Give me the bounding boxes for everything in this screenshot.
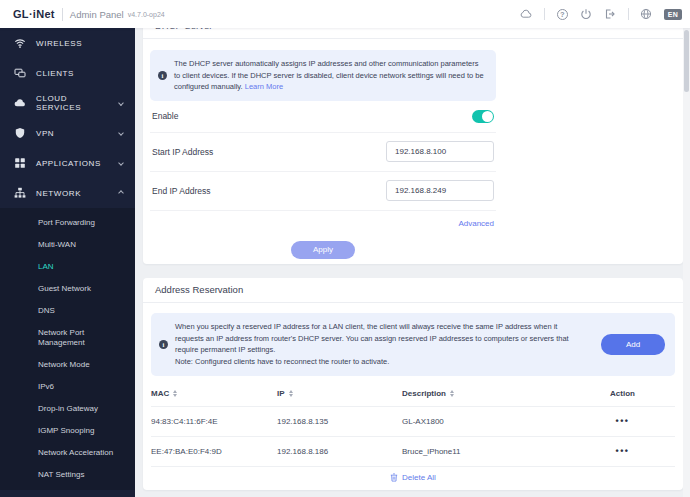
start-ip-row: Start IP Address (150, 133, 496, 172)
grid-icon (14, 157, 26, 169)
apply-row: Apply (150, 234, 496, 259)
sidebar-item-drop-in-gateway[interactable]: Drop-in Gateway (0, 398, 135, 420)
header-actions: ? EN (520, 8, 682, 21)
start-ip-label: Start IP Address (152, 147, 213, 157)
divider (628, 8, 629, 20)
sidebar-item-ipv6[interactable]: IPv6 (0, 376, 135, 398)
vertical-scrollbar (683, 28, 690, 497)
scrollbar-thumb[interactable] (684, 30, 689, 92)
help-icon[interactable]: ? (556, 8, 569, 21)
sidebar-item-port-forwarding[interactable]: Port Forwarding (0, 212, 135, 234)
admin-panel-app: GL·iNet Admin Panel v4.7.0-op24 ? EN (0, 0, 690, 497)
column-label: Action (610, 389, 635, 398)
sidebar-item-label: VPN (36, 129, 54, 138)
language-globe-icon[interactable] (640, 8, 653, 21)
sidebar-item-cloud-services[interactable]: CLOUD SERVICES (0, 88, 135, 118)
toggle-knob (482, 111, 493, 122)
end-ip-row: End IP Address (150, 172, 496, 211)
action-column-header: Action (570, 389, 675, 398)
row-action-cell: ••• (570, 416, 675, 426)
add-button[interactable]: Add (601, 334, 665, 355)
shield-icon (14, 127, 26, 139)
divider (62, 8, 63, 21)
sidebar-item-guest-network[interactable]: Guest Network (0, 278, 135, 300)
sidebar-item-igmp-snooping[interactable]: IGMP Snooping (0, 420, 135, 442)
reservation-info-body: When you specify a reserved IP address f… (175, 322, 569, 354)
description-cell: Bruce_iPhone11 (402, 447, 570, 456)
chevron-up-icon (118, 190, 124, 196)
sidebar-item-label: APPLICATIONS (36, 159, 101, 168)
table-row: EE:47:BA:E0:F4:9D 192.168.8.186 Bruce_iP… (151, 437, 675, 467)
trash-icon (390, 473, 398, 482)
info-icon: i (159, 340, 168, 349)
reservation-info-box: i When you specify a reserved IP address… (151, 313, 675, 376)
network-submenu: Port Forwarding Multi-WAN LAN Guest Netw… (0, 208, 135, 490)
sidebar-item-label: CLIENTS (36, 69, 74, 78)
sidebar-item-network-mode[interactable]: Network Mode (0, 354, 135, 376)
sidebar-item-dns[interactable]: DNS (0, 300, 135, 322)
column-label: Description (402, 389, 446, 398)
brand-logo: GL·iNet (13, 8, 55, 20)
clients-icon (14, 67, 26, 79)
firmware-version: v4.7.0-op24 (128, 11, 165, 18)
sidebar-item-network[interactable]: NETWORK (0, 178, 135, 208)
sidebar-item-nat-settings[interactable]: NAT Settings (0, 464, 135, 486)
learn-more-link[interactable]: Learn More (245, 82, 283, 91)
sidebar-item-applications[interactable]: APPLICATIONS (0, 148, 135, 178)
mac-cell: 94:83:C4:11:6F:4E (151, 417, 277, 426)
dhcp-section-title: DHCP Server (143, 28, 683, 39)
sidebar-item-network-port-management[interactable]: Network Port Management (0, 322, 110, 354)
chevron-down-icon (118, 130, 124, 136)
advanced-link[interactable]: Advanced (458, 219, 494, 228)
cloud-icon (14, 97, 26, 109)
dhcp-info-box: i The DHCP server automatically assigns … (150, 50, 496, 101)
brand-area: GL·iNet Admin Panel v4.7.0-op24 (13, 8, 165, 21)
delete-all-label: Delete All (402, 473, 436, 482)
ip-cell: 192.168.8.186 (277, 447, 402, 456)
end-ip-label: End IP Address (152, 186, 210, 196)
enable-row: Enable (150, 101, 496, 133)
page-title: Admin Panel (70, 9, 124, 20)
row-more-actions-button[interactable]: ••• (616, 416, 630, 426)
sidebar-item-lan[interactable]: LAN (0, 256, 135, 278)
sidebar-item-label: NETWORK (36, 189, 81, 198)
chevron-down-icon (118, 100, 124, 106)
top-header: GL·iNet Admin Panel v4.7.0-op24 ? EN (0, 0, 690, 28)
dhcp-form: i The DHCP server automatically assigns … (150, 39, 496, 259)
table-header-row: MAC IP Description Action (151, 382, 675, 407)
sidebar-item-wireless[interactable]: WIRELESS (0, 28, 135, 58)
delete-all-button[interactable]: Delete All (151, 467, 675, 488)
mac-column-header[interactable]: MAC (151, 389, 277, 398)
divider (544, 8, 545, 20)
row-more-actions-button[interactable]: ••• (616, 446, 630, 456)
enable-label: Enable (152, 111, 178, 121)
sort-icon (450, 390, 454, 397)
cloud-icon[interactable] (520, 8, 533, 21)
dhcp-enable-toggle[interactable] (472, 110, 494, 123)
sort-icon (173, 390, 177, 397)
start-ip-input[interactable] (386, 141, 494, 162)
info-icon: i (158, 71, 167, 80)
sidebar-item-vpn[interactable]: VPN (0, 118, 135, 148)
apply-button[interactable]: Apply (291, 241, 355, 259)
reservation-table: MAC IP Description Action (151, 382, 675, 488)
sidebar-item-clients[interactable]: CLIENTS (0, 58, 135, 88)
sidebar-item-multi-wan[interactable]: Multi-WAN (0, 234, 135, 256)
address-reservation-card: Address Reservation i When you specify a… (143, 278, 683, 490)
ip-column-header[interactable]: IP (277, 389, 402, 398)
reservation-info-text: When you specify a reserved IP address f… (175, 321, 584, 368)
power-icon[interactable] (580, 8, 593, 21)
dhcp-info-text: The DHCP server automatically assigns IP… (174, 58, 486, 93)
column-label: IP (277, 389, 285, 398)
reservation-section-title: Address Reservation (143, 278, 683, 303)
end-ip-input[interactable] (386, 180, 494, 201)
row-action-cell: ••• (570, 446, 675, 456)
description-column-header[interactable]: Description (402, 389, 570, 398)
network-icon (14, 187, 26, 199)
language-badge[interactable]: EN (664, 9, 682, 20)
sidebar-item-system[interactable]: ⚙ SYSTEM (0, 490, 135, 497)
logout-icon[interactable] (604, 8, 617, 21)
sidebar-item-network-acceleration[interactable]: Network Acceleration (0, 442, 135, 464)
column-label: MAC (151, 389, 169, 398)
table-row: 94:83:C4:11:6F:4E 192.168.8.135 GL-AX180… (151, 407, 675, 437)
